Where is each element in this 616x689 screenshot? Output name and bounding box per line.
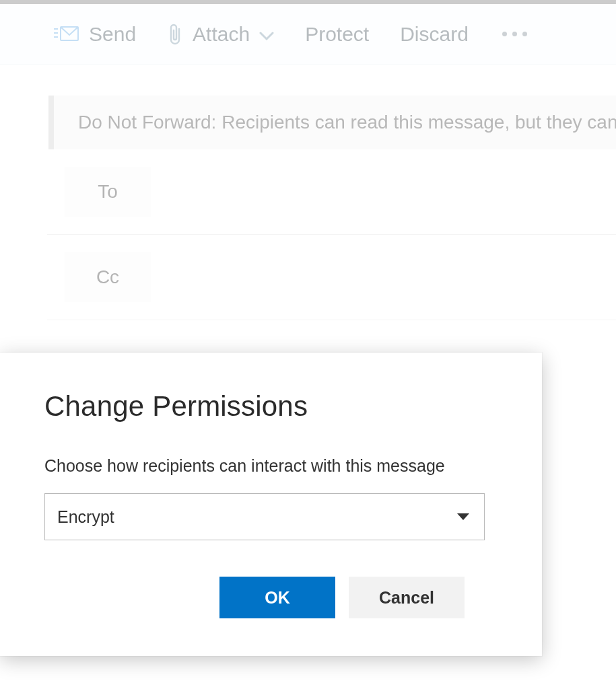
cc-field-row: Cc [47, 235, 616, 320]
attach-label: Attach [193, 23, 250, 46]
to-button[interactable]: To [65, 167, 151, 217]
permission-info-banner: Do Not Forward: Recipients can read this… [48, 96, 616, 149]
banner-text: Do Not Forward: Recipients can read this… [78, 112, 616, 133]
compose-area: Do Not Forward: Recipients can read this… [0, 65, 616, 320]
permission-selected-value: Encrypt [57, 507, 114, 527]
discard-label: Discard [400, 23, 469, 46]
attach-button[interactable]: Attach [167, 22, 274, 46]
cancel-button[interactable]: Cancel [349, 577, 465, 618]
to-field-row: To [47, 149, 616, 235]
paperclip-icon [167, 22, 183, 46]
compose-toolbar: Send Attach Protect Discard [0, 4, 616, 65]
dot-icon [512, 32, 517, 36]
dialog-title: Change Permissions [44, 390, 498, 423]
send-label: Send [89, 23, 136, 46]
ok-button[interactable]: OK [219, 577, 335, 618]
more-actions-button[interactable] [502, 32, 527, 36]
cancel-label: Cancel [379, 588, 434, 608]
send-button[interactable]: Send [54, 23, 136, 46]
send-icon [54, 25, 79, 44]
dot-icon [522, 32, 527, 36]
dialog-description: Choose how recipients can interact with … [44, 456, 498, 476]
dialog-actions: OK Cancel [219, 577, 498, 618]
cc-label: Cc [96, 266, 119, 288]
protect-button[interactable]: Protect [305, 23, 369, 46]
caret-down-icon [457, 513, 469, 520]
cc-button[interactable]: Cc [65, 252, 151, 302]
chevron-down-icon [259, 23, 274, 46]
dot-icon [502, 32, 507, 36]
change-permissions-dialog: Change Permissions Choose how recipients… [0, 353, 542, 656]
to-label: To [98, 181, 118, 203]
ok-label: OK [265, 588, 290, 608]
protect-label: Protect [305, 23, 369, 46]
permission-select[interactable]: Encrypt [44, 493, 485, 540]
discard-button[interactable]: Discard [400, 23, 469, 46]
